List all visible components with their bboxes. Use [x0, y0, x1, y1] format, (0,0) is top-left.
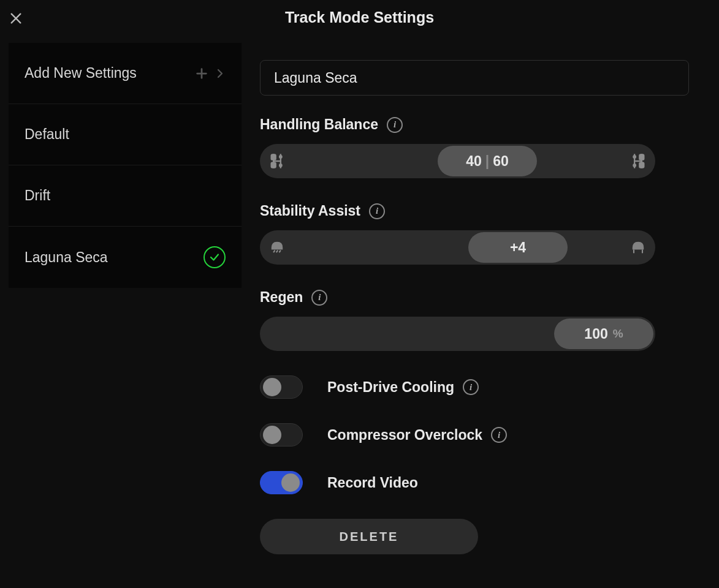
sidebar-item-label: Laguna Seca	[25, 249, 108, 266]
profile-name-value: Laguna Seca	[274, 70, 357, 86]
stability-value: +4	[510, 239, 526, 256]
stability-min-icon	[268, 230, 286, 265]
add-new-settings-label: Add New Settings	[25, 65, 137, 81]
plus-icon	[195, 67, 208, 80]
info-icon[interactable]: i	[311, 290, 327, 306]
handling-rear-value: 60	[493, 153, 509, 170]
compressor-overclock-row: Compressor Overclock i	[260, 423, 689, 447]
svg-rect-15	[639, 155, 644, 160]
add-new-settings-button[interactable]: Add New Settings	[9, 43, 242, 104]
front-bias-icon	[268, 144, 286, 178]
stability-assist-thumb[interactable]: +4	[468, 232, 568, 263]
regen-unit: %	[613, 327, 623, 341]
rear-bias-icon	[630, 144, 647, 178]
info-icon[interactable]: i	[463, 379, 479, 395]
info-icon[interactable]: i	[491, 427, 507, 443]
settings-sidebar: Add New Settings Default Drift Laguna Se…	[9, 43, 242, 288]
sidebar-item-default[interactable]: Default	[9, 104, 242, 165]
svg-point-13	[633, 164, 636, 167]
post-drive-cooling-toggle[interactable]	[260, 375, 303, 399]
chevron-right-icon	[215, 68, 226, 79]
stability-assist-slider[interactable]: +4	[260, 230, 655, 265]
sidebar-item-laguna-seca[interactable]: Laguna Seca	[9, 227, 242, 288]
info-icon[interactable]: i	[369, 203, 385, 219]
post-drive-cooling-row: Post-Drive Cooling i	[260, 375, 689, 399]
post-drive-cooling-label: Post-Drive Cooling i	[327, 379, 479, 396]
handling-front-value: 40	[466, 153, 482, 170]
svg-rect-6	[272, 162, 276, 167]
info-icon[interactable]: i	[387, 117, 403, 133]
regen-label: Regen i	[260, 289, 327, 306]
stability-max-icon	[630, 230, 647, 265]
sidebar-item-label: Drift	[25, 187, 50, 204]
delete-button-label: DELETE	[340, 530, 399, 544]
profile-name-input[interactable]: Laguna Seca	[260, 60, 689, 96]
handling-balance-label: Handling Balance i	[260, 116, 403, 133]
regen-thumb[interactable]: 100%	[554, 318, 653, 349]
handling-separator: |	[485, 153, 489, 170]
svg-rect-5	[272, 155, 276, 160]
regen-value: 100	[584, 326, 607, 342]
settings-panel: Laguna Seca Handling Balance i 40 | 60 S…	[260, 60, 689, 554]
svg-point-12	[633, 156, 636, 158]
record-video-row: Record Video	[260, 471, 689, 494]
svg-point-9	[280, 164, 282, 167]
record-video-toggle[interactable]	[260, 471, 303, 494]
sidebar-item-drift[interactable]: Drift	[9, 165, 242, 227]
handling-balance-thumb[interactable]: 40 | 60	[438, 146, 537, 176]
compressor-overclock-toggle[interactable]	[260, 423, 303, 447]
stability-assist-label: Stability Assist i	[260, 203, 385, 219]
selected-check-icon	[204, 246, 226, 268]
delete-button[interactable]: DELETE	[260, 519, 478, 554]
record-video-label: Record Video	[327, 475, 418, 491]
svg-point-8	[280, 156, 282, 158]
svg-rect-16	[639, 162, 644, 167]
page-title: Track Mode Settings	[0, 9, 719, 26]
compressor-overclock-label: Compressor Overclock i	[327, 427, 507, 443]
handling-balance-slider[interactable]: 40 | 60	[260, 144, 655, 178]
add-new-settings-icons	[195, 67, 226, 80]
sidebar-item-label: Default	[25, 126, 69, 143]
regen-slider[interactable]: 100%	[260, 317, 655, 351]
